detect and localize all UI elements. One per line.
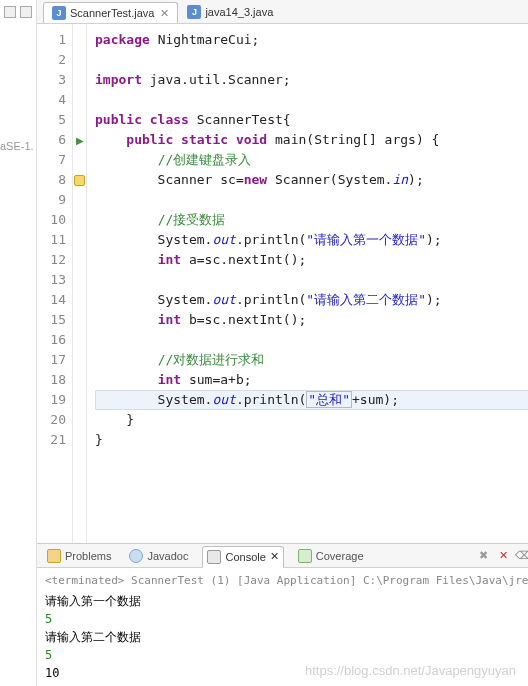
marker-empty (73, 290, 86, 310)
code-content[interactable]: package NightmareCui;import java.util.Sc… (87, 24, 528, 543)
marker-empty (73, 70, 86, 90)
line-number: 17 (37, 350, 66, 370)
code-line[interactable]: import java.util.Scanner; (95, 70, 528, 90)
line-number: 19 (37, 390, 66, 410)
line-number-gutter: 123456789101112131415161718192021 (37, 24, 73, 543)
toolbar-stub-icon[interactable] (20, 6, 32, 18)
toolbar-stub-icon[interactable] (4, 6, 16, 18)
console-status: <terminated> ScannerTest (1) [Java Appli… (45, 572, 528, 590)
line-number: 16 (37, 330, 66, 350)
code-line[interactable]: System.out.println("总和"+sum); (95, 390, 528, 410)
code-line[interactable] (95, 270, 528, 290)
problems-icon (47, 549, 61, 563)
javadoc-icon (129, 549, 143, 563)
code-line[interactable]: public static void main(String[] args) { (95, 130, 528, 150)
code-editor[interactable]: 123456789101112131415161718192021 packag… (37, 24, 528, 544)
marker-empty (73, 390, 86, 410)
marker-gutter (73, 24, 87, 543)
marker-empty (73, 150, 86, 170)
tab-label: Problems (65, 550, 111, 562)
code-line[interactable]: //创建键盘录入 (95, 150, 528, 170)
code-line[interactable]: //接受数据 (95, 210, 528, 230)
line-number: 8 (37, 170, 66, 190)
tab-java14-3[interactable]: J java14_3.java (178, 1, 282, 22)
code-line[interactable]: public class ScannerTest{ (95, 110, 528, 130)
tab-label: Coverage (316, 550, 364, 562)
code-line[interactable]: int a=sc.nextInt(); (95, 250, 528, 270)
editor-tabbar: J ScannerTest.java ✕ J java14_3.java (37, 0, 528, 24)
line-number: 13 (37, 270, 66, 290)
console-icon (207, 550, 221, 564)
code-line[interactable]: package NightmareCui; (95, 30, 528, 50)
code-line[interactable]: } (95, 410, 528, 430)
line-number: 7 (37, 150, 66, 170)
line-number: 20 (37, 410, 66, 430)
console-line: 请输入第二个数据 (45, 628, 528, 646)
warn-marker-icon (73, 170, 86, 190)
marker-empty (73, 370, 86, 390)
marker-empty (73, 50, 86, 70)
marker-empty (73, 190, 86, 210)
coverage-icon (298, 549, 312, 563)
console-line: 10 (45, 664, 528, 682)
left-toolbar-buttons (0, 4, 36, 20)
marker-empty (73, 250, 86, 270)
java-file-icon: J (52, 6, 66, 20)
run-marker-icon (73, 130, 86, 150)
code-line[interactable]: Scanner sc=new Scanner(System.in); (95, 170, 528, 190)
line-number: 18 (37, 370, 66, 390)
marker-empty (73, 270, 86, 290)
left-vertical-label: aSE-1. (0, 140, 34, 152)
code-line[interactable] (95, 50, 528, 70)
tab-label: Javadoc (147, 550, 188, 562)
remove-launch-icon[interactable]: ✖ (476, 549, 490, 563)
main-area: J ScannerTest.java ✕ J java14_3.java 123… (37, 0, 528, 686)
line-number: 3 (37, 70, 66, 90)
code-line[interactable] (95, 190, 528, 210)
code-line[interactable]: int sum=a+b; (95, 370, 528, 390)
java-file-icon: J (187, 5, 201, 19)
marker-empty (73, 330, 86, 350)
bottom-panel-tabbar: Problems Javadoc Console ✕ Coverage ✖ ✕ … (37, 544, 528, 568)
tab-label: Console (225, 551, 265, 563)
line-number: 5 (37, 110, 66, 130)
tab-javadoc[interactable]: Javadoc (125, 546, 192, 566)
console-line: 5 (45, 610, 528, 628)
close-icon[interactable]: ✕ (158, 7, 169, 20)
line-number: 12 (37, 250, 66, 270)
code-line[interactable]: System.out.println("请输入第一个数据"); (95, 230, 528, 250)
console-output: 请输入第一个数据5请输入第二个数据510 (45, 592, 528, 682)
clear-console-icon[interactable]: ⌫ (516, 549, 528, 563)
console-toolbar: ✖ ✕ ⌫ ▤ 📌 🔒 (476, 549, 528, 563)
line-number: 2 (37, 50, 66, 70)
code-line[interactable] (95, 330, 528, 350)
line-number: 21 (37, 430, 66, 450)
code-line[interactable] (95, 90, 528, 110)
code-line[interactable]: //对数据进行求和 (95, 350, 528, 370)
line-number: 14 (37, 290, 66, 310)
tab-coverage[interactable]: Coverage (294, 546, 368, 566)
line-number: 1 (37, 30, 66, 50)
marker-empty (73, 310, 86, 330)
close-icon[interactable]: ✕ (270, 550, 279, 563)
tab-scannertest[interactable]: J ScannerTest.java ✕ (43, 2, 178, 23)
marker-empty (73, 210, 86, 230)
console-view[interactable]: <terminated> ScannerTest (1) [Java Appli… (37, 568, 528, 686)
tab-console[interactable]: Console ✕ (202, 546, 283, 568)
marker-empty (73, 90, 86, 110)
marker-empty (73, 30, 86, 50)
marker-empty (73, 410, 86, 430)
left-toolbar: aSE-1. (0, 0, 37, 686)
tab-problems[interactable]: Problems (43, 546, 115, 566)
console-line: 5 (45, 646, 528, 664)
line-number: 10 (37, 210, 66, 230)
marker-empty (73, 110, 86, 130)
line-number: 9 (37, 190, 66, 210)
code-line[interactable]: System.out.println("请输入第二个数据"); (95, 290, 528, 310)
marker-empty (73, 350, 86, 370)
code-line[interactable]: int b=sc.nextInt(); (95, 310, 528, 330)
remove-all-icon[interactable]: ✕ (496, 549, 510, 563)
code-line[interactable]: } (95, 430, 528, 450)
tab-label: ScannerTest.java (70, 7, 154, 19)
line-number: 4 (37, 90, 66, 110)
